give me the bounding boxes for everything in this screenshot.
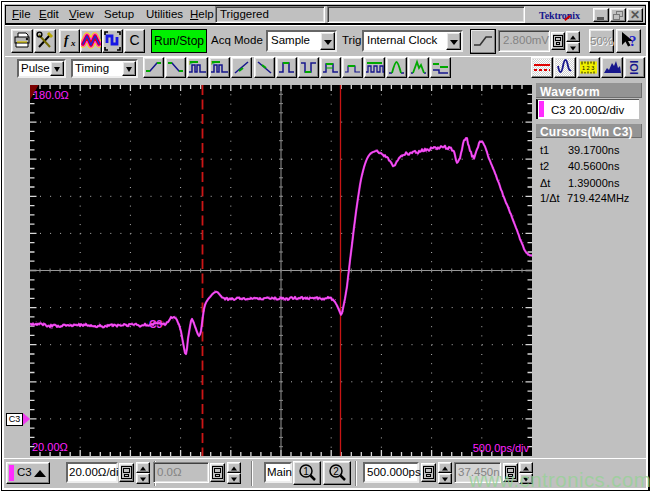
svg-text:F: F bbox=[211, 60, 215, 66]
svg-text:1: 1 bbox=[303, 466, 309, 477]
svg-text:500.0ps/div: 500.0ps/div bbox=[473, 442, 530, 454]
svg-text:P: P bbox=[189, 60, 193, 66]
svg-text:C3: C3 bbox=[149, 318, 163, 330]
svg-text:20.00Ω: 20.00Ω bbox=[32, 441, 68, 453]
svg-text:2: 2 bbox=[333, 466, 339, 477]
svg-text:1 2 3: 1 2 3 bbox=[582, 65, 594, 71]
svg-text:180.0Ω: 180.0Ω bbox=[33, 89, 69, 101]
svg-text:?: ? bbox=[629, 33, 637, 49]
svg-text:IOI: IOI bbox=[628, 60, 640, 75]
